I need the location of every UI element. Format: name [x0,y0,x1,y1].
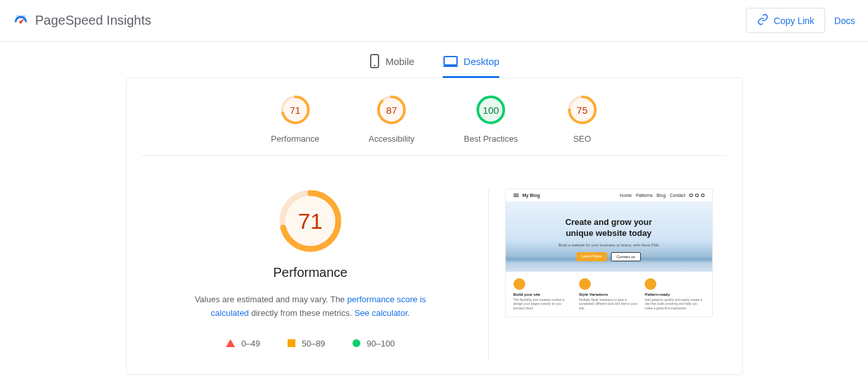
feature-title: Build your site [514,292,573,296]
legend-mid: 50–89 [288,339,325,348]
preview-buttons: Learn More Contact us [512,252,706,261]
legend-good: 90–100 [353,339,395,348]
svg-rect-5 [444,57,457,65]
desktop-icon [443,55,458,68]
header-right: Copy Link Docs [746,8,855,33]
preview-nav-item: Blog [656,193,665,198]
link-see-calculator[interactable]: See calculator. [354,308,410,318]
preview-btn-primary: Learn More [577,252,607,261]
app-title: PageSpeed Insights [35,13,151,28]
score-accessibility[interactable]: 87 Accessibility [369,95,415,144]
pagespeed-logo-icon [13,13,29,29]
square-icon [288,339,295,347]
gauge-label: Performance [271,134,319,144]
device-tabs: Mobile Desktop [0,42,868,78]
feature-icon [645,278,656,290]
note-text: directly from these metrics. [249,308,354,318]
feature-desc: Multiple Style Variations to give a comp… [579,298,638,311]
gauge-label: Best Practices [464,134,518,144]
preview-hero-title: Create and grow yourunique website today [512,217,706,239]
preview-nav-item: Home [620,193,632,198]
score-seo[interactable]: 75 SEO [567,95,597,144]
tab-mobile-label: Mobile [386,56,414,67]
header-left: PageSpeed Insights [13,13,151,29]
preview-site-title: My Blog [523,193,540,198]
preview-nav-item: Patterns [636,193,652,198]
feature-icon [514,278,525,290]
app-header: PageSpeed Insights Copy Link Docs [0,0,868,42]
feature-title: Style Variations [579,292,638,296]
gauge-accessibility: 87 [377,95,406,125]
triangle-icon [226,339,235,347]
note-text: Values are estimated and may vary. The [195,294,347,304]
tab-mobile[interactable]: Mobile [369,53,414,78]
score-performance[interactable]: 71 Performance [271,95,319,144]
big-gauge: 71 [278,188,343,254]
docs-link[interactable]: Docs [834,16,855,26]
preview-feature: Pattern-ready Add patterns quickly and e… [645,278,704,311]
preview-feature: Style Variations Multiple Style Variatio… [579,278,638,311]
report-card: 71 Performance 87 Accessibility 100 [126,77,743,375]
preview-btn-secondary: Contact us [611,252,641,261]
feature-desc: Add patterns quickly and easily create a… [645,298,704,311]
preview-feature: Build your site The flexibility and crea… [514,278,573,311]
gauge-label: SEO [573,134,591,144]
feature-icon [579,278,591,290]
main-row: 71 Performance Values are estimated and … [127,156,742,374]
scores-row: 71 Performance 87 Accessibility 100 [142,78,726,156]
gauge-label: Accessibility [369,134,415,144]
site-preview: My Blog Home Patterns Blog Contact Creat… [505,188,713,317]
gauge-value: 71 [280,95,310,125]
gauge-value: 100 [476,95,506,125]
preview-header: My Blog Home Patterns Blog Contact [506,189,712,202]
preview-nav-item: Contact [669,193,685,198]
preview-hero: Create and grow yourunique website today… [506,202,712,272]
screenshot-section: My Blog Home Patterns Blog Contact Creat… [502,188,716,361]
circle-icon [353,339,360,347]
gauge-value: 75 [567,95,597,125]
preview-social-icons [689,194,704,197]
performance-section: 71 Performance Values are estimated and … [153,188,489,361]
gauge-value: 87 [377,95,406,125]
score-best-practices[interactable]: 100 Best Practices [464,95,518,144]
score-legend: 0–49 50–89 90–100 [226,339,395,348]
legend-bad: 0–49 [226,339,260,348]
mobile-icon [369,53,380,69]
svg-line-2 [21,20,23,22]
hamburger-icon [514,194,519,197]
legend-label: 90–100 [367,339,395,348]
copy-link-button[interactable]: Copy Link [746,8,825,33]
preview-features: Build your site The flexibility and crea… [506,272,712,317]
preview-hero-subtitle: Build a website for your business or bra… [512,243,706,247]
gauge-best-practices: 100 [476,95,506,125]
link-icon [757,14,769,27]
score-note: Values are estimated and may vary. The p… [177,293,443,320]
tab-desktop-label: Desktop [464,56,499,67]
gauge-performance: 71 [280,95,310,125]
big-gauge-value: 71 [278,188,343,254]
legend-label: 0–49 [242,339,260,348]
feature-desc: The flexibility and creative control to … [514,298,573,311]
feature-title: Pattern-ready [645,292,704,296]
legend-label: 50–89 [302,339,325,348]
copy-link-label: Copy Link [774,16,814,26]
tab-desktop[interactable]: Desktop [443,53,499,78]
big-gauge-label: Performance [273,265,348,280]
preview-nav: Home Patterns Blog Contact [620,193,704,198]
gauge-seo: 75 [567,95,597,125]
